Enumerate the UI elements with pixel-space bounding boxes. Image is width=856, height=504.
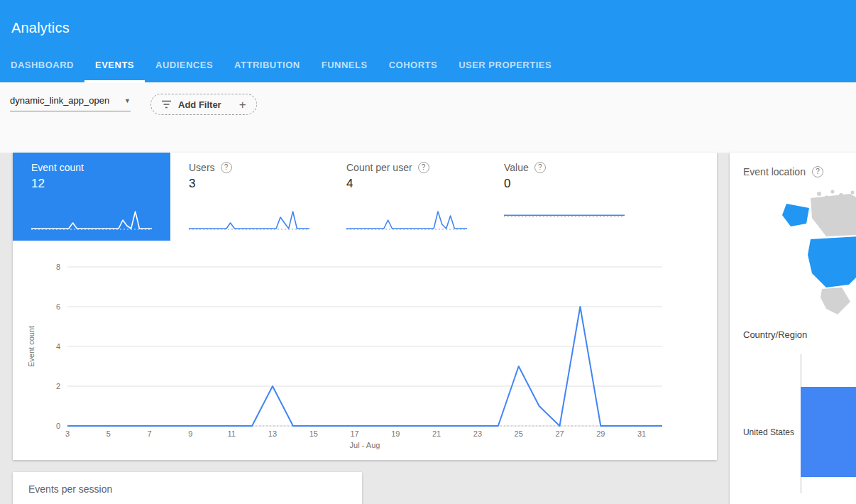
- metric-sparkline: [31, 205, 152, 234]
- event-selector-dropdown[interactable]: dynamic_link_app_open ▼: [10, 95, 131, 111]
- metric-label-row: Users?: [189, 162, 309, 173]
- svg-text:17: 17: [350, 429, 358, 438]
- metric-tile-count-per-user[interactable]: Count per user?4: [328, 153, 485, 241]
- metric-label-row: Value?: [504, 162, 625, 173]
- add-filter-label: Add Filter: [178, 99, 221, 110]
- events-per-session-card: Events per session: [13, 472, 362, 504]
- country-bar[interactable]: [801, 387, 856, 477]
- svg-text:7: 7: [148, 429, 152, 438]
- svg-text:19: 19: [391, 429, 400, 438]
- svg-text:15: 15: [309, 429, 318, 438]
- svg-text:4: 4: [56, 342, 60, 351]
- metric-label: Value: [504, 162, 529, 173]
- svg-text:11: 11: [227, 429, 235, 438]
- svg-text:31: 31: [637, 429, 646, 438]
- svg-text:29: 29: [596, 429, 605, 438]
- metric-tile-users[interactable]: Users?3: [170, 153, 328, 241]
- tab-user-properties[interactable]: USER PROPERTIES: [448, 50, 562, 82]
- tab-funnels[interactable]: FUNNELS: [311, 50, 378, 82]
- metric-label: Users: [189, 162, 215, 173]
- country-bar-chart: United States: [730, 354, 856, 477]
- dropdown-caret-icon: ▼: [124, 97, 131, 104]
- map-mexico: [821, 287, 850, 314]
- svg-text:2: 2: [56, 382, 60, 390]
- country-bar-row: United States: [730, 387, 856, 477]
- event-location-title: Event location: [743, 166, 806, 177]
- event-location-title-row: Event location ?: [743, 166, 823, 177]
- event-count-line-chart: 0246835791113151719212325272931Jul - Aug…: [13, 245, 708, 458]
- help-icon[interactable]: ?: [418, 162, 429, 173]
- plus-icon: +: [239, 99, 246, 111]
- map-united-states-highlighted: [808, 236, 856, 287]
- tab-events[interactable]: EVENTS: [84, 50, 145, 82]
- svg-text:13: 13: [268, 429, 277, 438]
- svg-text:6: 6: [56, 302, 60, 311]
- help-icon[interactable]: ?: [221, 162, 232, 173]
- metric-sparkline: [189, 205, 309, 234]
- metric-label-row: Count per user?: [346, 162, 467, 173]
- country-region-label: Country/Region: [743, 329, 807, 340]
- world-map[interactable]: [742, 187, 856, 326]
- tab-attribution[interactable]: ATTRIBUTION: [224, 50, 311, 82]
- tab-audiences[interactable]: AUDIENCES: [145, 50, 224, 82]
- events-per-session-title: Events per session: [28, 483, 112, 495]
- metric-label: Count per user: [346, 162, 412, 173]
- metric-value: 3: [189, 177, 309, 191]
- metric-value: 0: [504, 177, 625, 191]
- svg-text:0: 0: [56, 422, 60, 430]
- svg-text:Jul - Aug: Jul - Aug: [350, 441, 380, 449]
- filter-bar: dynamic_link_app_open ▼ Add Filter +: [0, 82, 856, 153]
- metric-label-row: Event count: [31, 162, 152, 173]
- metric-tiles: Event count12Users?3Count per user?4Valu…: [13, 153, 717, 241]
- svg-text:3: 3: [65, 429, 70, 438]
- tab-bar: DASHBOARDEVENTSAUDIENCESATTRIBUTIONFUNNE…: [0, 50, 856, 82]
- tab-cohorts[interactable]: COHORTS: [378, 50, 449, 82]
- event-metrics-card: Event count12Users?3Count per user?4Valu…: [13, 153, 717, 460]
- svg-text:21: 21: [432, 429, 441, 438]
- svg-text:25: 25: [515, 429, 523, 438]
- svg-text:27: 27: [555, 429, 564, 438]
- metric-value: 12: [31, 177, 152, 191]
- svg-text:23: 23: [473, 429, 482, 438]
- tab-dashboard[interactable]: DASHBOARD: [0, 50, 84, 82]
- map-alaska-highlighted: [782, 204, 809, 226]
- svg-text:Event count: Event count: [27, 326, 35, 367]
- metric-tile-value[interactable]: Value?0: [485, 153, 643, 241]
- svg-text:8: 8: [56, 263, 60, 271]
- add-filter-button[interactable]: Add Filter +: [150, 94, 257, 115]
- event-location-card: Event location ? Country/Reg: [730, 153, 856, 504]
- filter-icon: [161, 100, 172, 109]
- app-header: Analytics: [0, 0, 856, 50]
- help-icon[interactable]: ?: [812, 166, 823, 177]
- page-title: Analytics: [11, 20, 70, 36]
- metric-label: Event count: [31, 162, 84, 173]
- event-selector-value: dynamic_link_app_open: [10, 95, 109, 106]
- metric-tile-event-count[interactable]: Event count12: [13, 153, 170, 241]
- analytics-screen: Analytics DASHBOARDEVENTSAUDIENCESATTRIB…: [0, 0, 856, 504]
- help-icon[interactable]: ?: [534, 162, 546, 173]
- metric-sparkline: [504, 205, 625, 234]
- country-bar-label: United States: [730, 427, 801, 437]
- map-canada: [811, 194, 856, 236]
- svg-text:9: 9: [188, 429, 192, 438]
- metric-sparkline: [346, 205, 467, 234]
- metric-value: 4: [346, 177, 467, 191]
- svg-text:5: 5: [106, 429, 111, 438]
